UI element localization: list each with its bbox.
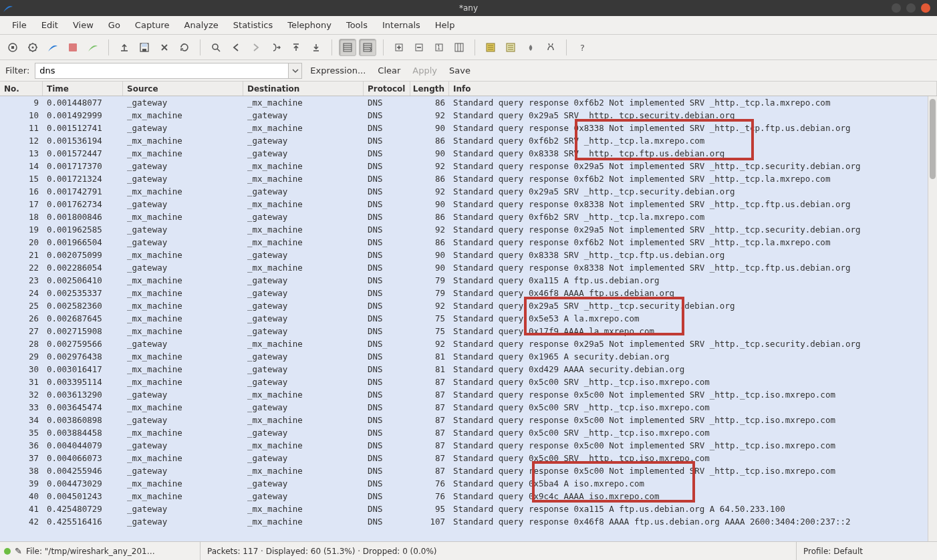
menu-help[interactable]: Help bbox=[428, 17, 462, 33]
column-length[interactable]: Length bbox=[410, 82, 449, 96]
filter-label: Filter: bbox=[5, 65, 31, 76]
packet-row[interactable]: 300.003016417_mx_machine_gatewayDNS81Sta… bbox=[0, 363, 937, 376]
packet-row[interactable]: 270.002715908_mx_machine_gatewayDNS75Sta… bbox=[0, 325, 937, 337]
options-button[interactable] bbox=[24, 39, 41, 56]
menu-go[interactable]: Go bbox=[102, 17, 127, 33]
packet-row[interactable]: 350.003884458_mx_machine_gatewayDNS87Sta… bbox=[0, 426, 937, 439]
separator bbox=[331, 39, 332, 55]
coloring-rules-button[interactable] bbox=[522, 39, 539, 56]
svg-rect-7 bbox=[142, 49, 146, 51]
packet-row[interactable]: 390.004473029_mx_machine_gatewayDNS76Sta… bbox=[0, 477, 937, 490]
capture-filters-button[interactable] bbox=[482, 39, 499, 56]
packet-list-header: No. Time Source Destination Protocol Len… bbox=[0, 82, 937, 96]
colorize-toggle[interactable] bbox=[339, 39, 356, 56]
zoom-out-button[interactable] bbox=[410, 39, 428, 56]
expert-info-indicator[interactable] bbox=[4, 548, 11, 555]
packet-row[interactable]: 260.002687645_mx_machine_gatewayDNS75Sta… bbox=[0, 312, 937, 325]
go-back-button[interactable] bbox=[227, 39, 245, 56]
menu-telephony[interactable]: Telephony bbox=[281, 17, 338, 33]
status-profile[interactable]: Profile: Default bbox=[803, 547, 863, 556]
goto-first-button[interactable] bbox=[287, 39, 305, 56]
column-protocol[interactable]: Protocol bbox=[364, 82, 410, 96]
packet-row[interactable]: 160.001742791_mx_machine_gatewayDNS92Sta… bbox=[0, 185, 937, 198]
packet-row[interactable]: 110.001512741_gateway_mx_machineDNS90Sta… bbox=[0, 122, 937, 134]
packet-row[interactable]: 180.001800846_mx_machine_gatewayDNS86Sta… bbox=[0, 211, 937, 223]
filter-apply-button[interactable]: Apply bbox=[408, 65, 441, 76]
packet-row[interactable]: 340.003860898_gateway_mx_machineDNS87Sta… bbox=[0, 414, 937, 426]
packet-row[interactable]: 320.003613290_gateway_mx_machineDNS87Sta… bbox=[0, 388, 937, 401]
column-time[interactable]: Time bbox=[43, 82, 123, 96]
save-file-button[interactable] bbox=[136, 39, 153, 56]
column-destination[interactable]: Destination bbox=[243, 82, 364, 96]
scrollbar-thumb[interactable] bbox=[930, 99, 936, 179]
goto-last-button[interactable] bbox=[307, 39, 325, 56]
filter-clear-button[interactable]: Clear bbox=[374, 65, 404, 76]
packet-row[interactable]: 170.001762734_gateway_mx_machineDNS90Sta… bbox=[0, 198, 937, 211]
menu-edit[interactable]: Edit bbox=[35, 17, 65, 33]
vertical-scrollbar[interactable] bbox=[928, 96, 937, 541]
packet-row[interactable]: 420.425516416_gateway_mx_machineDNS107St… bbox=[0, 515, 937, 528]
packet-row[interactable]: 250.002582360_mx_machine_gatewayDNS92Sta… bbox=[0, 299, 937, 312]
filter-expression-button[interactable]: Expression... bbox=[306, 65, 370, 76]
packet-row[interactable]: 240.002535337_mx_machine_gatewayDNS79Sta… bbox=[0, 287, 937, 299]
zoom-reset-button[interactable]: 1 bbox=[430, 39, 448, 56]
menu-analyze[interactable]: Analyze bbox=[178, 17, 225, 33]
zoom-in-button[interactable] bbox=[390, 39, 408, 56]
packet-row[interactable]: 310.003395114_mx_machine_gatewayDNS87Sta… bbox=[0, 376, 937, 388]
packet-row[interactable]: 130.001572447_mx_machine_gatewayDNS90Sta… bbox=[0, 147, 937, 160]
column-no[interactable]: No. bbox=[0, 82, 43, 96]
window-minimize-button[interactable] bbox=[892, 3, 901, 13]
packet-row[interactable]: 280.002759566_gateway_mx_machineDNS92Sta… bbox=[0, 337, 937, 350]
menu-tools[interactable]: Tools bbox=[340, 17, 374, 33]
column-info[interactable]: Info bbox=[449, 82, 937, 96]
menu-statistics[interactable]: Statistics bbox=[227, 17, 279, 33]
filter-input[interactable] bbox=[35, 63, 289, 79]
interfaces-button[interactable] bbox=[4, 39, 21, 56]
packet-row[interactable]: 290.002976438_mx_machine_gatewayDNS81Sta… bbox=[0, 350, 937, 363]
packet-row[interactable]: 230.002506410_mx_machine_gatewayDNS79Sta… bbox=[0, 274, 937, 287]
packet-row[interactable]: 120.001536194_mx_machine_gatewayDNS86Sta… bbox=[0, 134, 937, 147]
svg-text:1: 1 bbox=[437, 45, 440, 51]
packet-list[interactable]: 90.001448077_gateway_mx_machineDNS86Stan… bbox=[0, 96, 937, 541]
menu-capture[interactable]: Capture bbox=[128, 17, 176, 33]
svg-rect-1 bbox=[11, 46, 14, 49]
stop-capture-button[interactable] bbox=[64, 39, 82, 56]
packet-row[interactable]: 380.004255946_gateway_mx_machineDNS87Sta… bbox=[0, 464, 937, 477]
goto-packet-button[interactable] bbox=[267, 39, 285, 56]
filter-save-button[interactable]: Save bbox=[445, 65, 475, 76]
start-capture-button[interactable] bbox=[44, 39, 61, 56]
menu-view[interactable]: View bbox=[66, 17, 100, 33]
packet-row[interactable]: 220.002286054_gateway_mx_machineDNS90Sta… bbox=[0, 261, 937, 274]
reload-button[interactable] bbox=[176, 39, 193, 56]
go-forward-button[interactable] bbox=[247, 39, 265, 56]
packet-row[interactable]: 330.003645474_mx_machine_gatewayDNS87Sta… bbox=[0, 401, 937, 414]
restart-capture-button[interactable] bbox=[84, 39, 102, 56]
packet-row[interactable]: 210.002075099_mx_machine_gatewayDNS90Sta… bbox=[0, 249, 937, 261]
packet-row[interactable]: 400.004501243_mx_machine_gatewayDNS76Sta… bbox=[0, 490, 937, 503]
window-close-button[interactable] bbox=[921, 3, 930, 13]
open-file-button[interactable] bbox=[116, 39, 133, 56]
packet-row[interactable]: 360.004044079_gateway_mx_machineDNS87Sta… bbox=[0, 439, 937, 452]
help-button[interactable]: ? bbox=[573, 39, 591, 56]
menu-file[interactable]: File bbox=[5, 17, 33, 33]
packet-row[interactable]: 140.001717370_gateway_mx_machineDNS92Sta… bbox=[0, 160, 937, 172]
display-filter-bar: Filter: Expression... Clear Apply Save bbox=[0, 60, 937, 82]
packet-row[interactable]: 200.001966504_gateway_mx_machineDNS86Sta… bbox=[0, 236, 937, 249]
menu-internals[interactable]: Internals bbox=[376, 17, 427, 33]
packet-row[interactable]: 150.001721324_gateway_mx_machineDNS86Sta… bbox=[0, 172, 937, 185]
find-packet-button[interactable] bbox=[207, 39, 225, 56]
packet-row[interactable]: 190.001962585_gateway_mx_machineDNS92Sta… bbox=[0, 223, 937, 236]
display-filters-button[interactable] bbox=[502, 39, 519, 56]
column-source[interactable]: Source bbox=[123, 82, 243, 96]
packet-row[interactable]: 100.001492999_mx_machine_gatewayDNS92Sta… bbox=[0, 109, 937, 122]
filter-dropdown-button[interactable] bbox=[289, 63, 302, 79]
close-file-button[interactable] bbox=[156, 39, 173, 56]
autoscroll-toggle[interactable] bbox=[359, 39, 376, 56]
resize-columns-button[interactable] bbox=[450, 39, 468, 56]
preferences-button[interactable] bbox=[542, 39, 559, 56]
packet-row[interactable]: 410.425480729_gateway_mx_machineDNS95Sta… bbox=[0, 503, 937, 515]
packet-row[interactable]: 90.001448077_gateway_mx_machineDNS86Stan… bbox=[0, 96, 937, 109]
packet-row[interactable]: 370.004066073_mx_machine_gatewayDNS87Sta… bbox=[0, 452, 937, 464]
window-maximize-button[interactable] bbox=[906, 3, 916, 13]
edit-capture-comment-icon[interactable]: ✎ bbox=[15, 546, 22, 556]
